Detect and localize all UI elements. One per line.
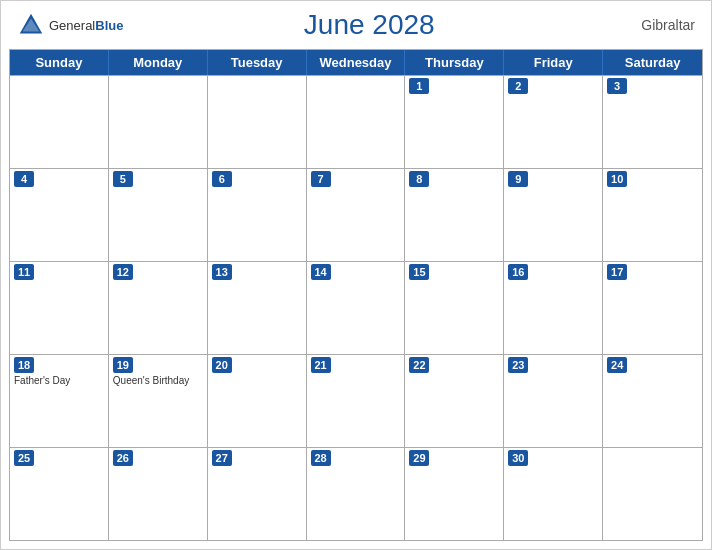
calendar-cell: 21 (307, 355, 406, 447)
cell-date-number: 6 (212, 171, 232, 187)
week-4: 18Father's Day19Queen's Birthday20212223… (10, 354, 702, 447)
cell-date-number: 1 (409, 78, 429, 94)
calendar-cell: 2 (504, 76, 603, 168)
cell-date-number: 28 (311, 450, 331, 466)
logo-general-text: General (49, 18, 95, 33)
calendar-cell: 29 (405, 448, 504, 540)
calendar-cell: 14 (307, 262, 406, 354)
cell-date-number: 7 (311, 171, 331, 187)
cell-date-number: 25 (14, 450, 34, 466)
cell-date-number: 19 (113, 357, 133, 373)
header-friday: Friday (504, 50, 603, 75)
calendar-cell: 22 (405, 355, 504, 447)
calendar-cell: 30 (504, 448, 603, 540)
calendar-cell: 12 (109, 262, 208, 354)
cell-date-number: 5 (113, 171, 133, 187)
calendar-page: GeneralBlue June 2028 Gibraltar Sunday M… (0, 0, 712, 550)
header-wednesday: Wednesday (307, 50, 406, 75)
calendar-cell: 1 (405, 76, 504, 168)
cell-date-number: 13 (212, 264, 232, 280)
week-1: 123 (10, 75, 702, 168)
cell-date-number: 10 (607, 171, 627, 187)
cell-date-number: 30 (508, 450, 528, 466)
cell-date-number: 8 (409, 171, 429, 187)
cell-date-number: 2 (508, 78, 528, 94)
calendar-region: Gibraltar (615, 17, 695, 33)
cell-date-number: 3 (607, 78, 627, 94)
calendar-cell: 27 (208, 448, 307, 540)
cell-date-number: 16 (508, 264, 528, 280)
cell-date-number: 14 (311, 264, 331, 280)
calendar-cell: 19Queen's Birthday (109, 355, 208, 447)
calendar-header: GeneralBlue June 2028 Gibraltar (1, 1, 711, 49)
day-headers-row: Sunday Monday Tuesday Wednesday Thursday… (10, 50, 702, 75)
calendar-cell (109, 76, 208, 168)
calendar-cell (603, 448, 702, 540)
header-tuesday: Tuesday (208, 50, 307, 75)
calendar-cell: 25 (10, 448, 109, 540)
cell-date-number: 29 (409, 450, 429, 466)
cell-date-number: 11 (14, 264, 34, 280)
calendar-cell: 7 (307, 169, 406, 261)
calendar-cell: 20 (208, 355, 307, 447)
cell-date-number: 15 (409, 264, 429, 280)
cell-date-number: 4 (14, 171, 34, 187)
cell-event: Queen's Birthday (113, 375, 203, 387)
cell-date-number: 9 (508, 171, 528, 187)
calendar-cell: 9 (504, 169, 603, 261)
calendar-cell: 5 (109, 169, 208, 261)
cell-date-number: 26 (113, 450, 133, 466)
cell-date-number: 20 (212, 357, 232, 373)
calendar-cell: 28 (307, 448, 406, 540)
calendar-title: June 2028 (123, 9, 615, 41)
cell-date-number: 24 (607, 357, 627, 373)
cell-date-number: 27 (212, 450, 232, 466)
header-thursday: Thursday (405, 50, 504, 75)
calendar-grid: Sunday Monday Tuesday Wednesday Thursday… (9, 49, 703, 541)
cell-date-number: 23 (508, 357, 528, 373)
header-sunday: Sunday (10, 50, 109, 75)
cell-event: Father's Day (14, 375, 104, 387)
calendar-cell (10, 76, 109, 168)
week-2: 45678910 (10, 168, 702, 261)
calendar-cell (208, 76, 307, 168)
calendar-cell: 16 (504, 262, 603, 354)
calendar-cell: 23 (504, 355, 603, 447)
calendar-cell: 8 (405, 169, 504, 261)
calendar-cell: 6 (208, 169, 307, 261)
cell-date-number: 22 (409, 357, 429, 373)
calendar-cell: 17 (603, 262, 702, 354)
week-5: 252627282930 (10, 447, 702, 540)
cell-date-number: 17 (607, 264, 627, 280)
cell-date-number: 21 (311, 357, 331, 373)
header-saturday: Saturday (603, 50, 702, 75)
calendar-cell: 18Father's Day (10, 355, 109, 447)
logo: GeneralBlue (17, 11, 123, 39)
calendar-weeks: 123456789101112131415161718Father's Day1… (10, 75, 702, 540)
cell-date-number: 18 (14, 357, 34, 373)
calendar-cell: 3 (603, 76, 702, 168)
cell-date-number: 12 (113, 264, 133, 280)
calendar-cell: 15 (405, 262, 504, 354)
calendar-cell: 13 (208, 262, 307, 354)
calendar-cell: 26 (109, 448, 208, 540)
calendar-cell: 24 (603, 355, 702, 447)
header-monday: Monday (109, 50, 208, 75)
calendar-cell: 4 (10, 169, 109, 261)
logo-icon (17, 11, 45, 39)
logo-blue-text: Blue (95, 18, 123, 33)
calendar-cell: 11 (10, 262, 109, 354)
calendar-cell (307, 76, 406, 168)
calendar-cell: 10 (603, 169, 702, 261)
week-3: 11121314151617 (10, 261, 702, 354)
